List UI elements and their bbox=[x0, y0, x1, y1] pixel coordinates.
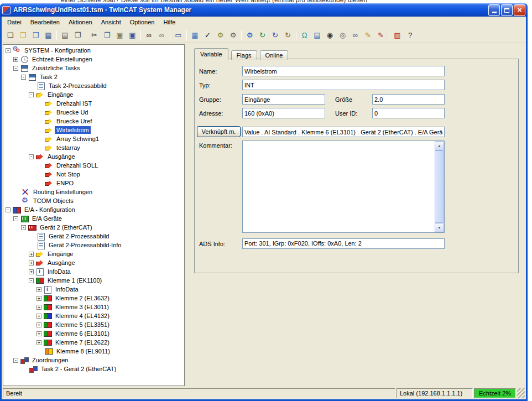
tree-item-label[interactable]: Klemme 6 (EL3101) bbox=[54, 330, 111, 337]
tree-item-wirbelstrom[interactable]: Wirbelstrom bbox=[3, 126, 184, 134]
tree-item-label[interactable]: Zuordnungen bbox=[30, 356, 70, 364]
panel-splitter[interactable] bbox=[185, 43, 190, 387]
tree-item-label[interactable]: Bruecke Ud bbox=[55, 108, 90, 116]
tree-item-klemme-8-el9011[interactable]: Klemme 8 (EL9011) bbox=[3, 347, 184, 356]
tree-item-zuordnungen[interactable]: -Zuordnungen bbox=[3, 356, 184, 364]
expand-icon[interactable]: + bbox=[29, 252, 34, 257]
tree-item-ger-t-2-prozessabbild[interactable]: Gerät 2-Prozessabbild bbox=[3, 232, 184, 241]
open-file-button[interactable]: ❒ bbox=[17, 29, 29, 41]
collapse-icon[interactable]: - bbox=[29, 154, 34, 159]
find-in-project-button[interactable]: ∞ bbox=[155, 29, 168, 41]
maximize-button[interactable] bbox=[501, 4, 513, 16]
tree-item-label[interactable]: Klemme 1 (EK1100) bbox=[46, 277, 103, 284]
scroll-down-icon[interactable]: ▼ bbox=[435, 223, 444, 232]
tree-item-label[interactable]: Drehzahl IST bbox=[55, 100, 93, 107]
menu-item-hilfe[interactable]: Hilfe bbox=[159, 17, 180, 27]
tree-item-infodata[interactable]: +InfoData bbox=[3, 267, 184, 276]
tree-item-task-2[interactable]: -Task 2 bbox=[3, 72, 184, 81]
edit-register-button[interactable]: ✎ bbox=[374, 29, 387, 41]
resize-grip[interactable] bbox=[517, 388, 525, 398]
tree-item-label[interactable]: Gerät 2-Prozessabbild bbox=[47, 232, 111, 240]
expand-icon[interactable]: + bbox=[36, 340, 41, 345]
tree-item-bruecke-ud[interactable]: Bruecke Ud bbox=[3, 108, 184, 117]
tree-item-label[interactable]: Klemme 4 (EL4132) bbox=[54, 312, 111, 320]
tree-item-label[interactable]: E/A - Konfiguration bbox=[23, 206, 77, 213]
tree-item-echtzeit-einstellungen[interactable]: +Echtzeit-Einstellungen bbox=[3, 55, 184, 64]
expand-icon[interactable]: + bbox=[36, 287, 41, 292]
tree-item-testarray[interactable]: testarray bbox=[3, 143, 184, 152]
tree-item-label[interactable]: Klemme 8 (EL9011) bbox=[55, 347, 112, 355]
tree-item-label[interactable]: Ausgänge bbox=[46, 259, 77, 267]
expand-icon[interactable]: + bbox=[36, 305, 41, 310]
tree-item-label[interactable]: Gerät 2 (EtherCAT) bbox=[38, 223, 94, 231]
tree-item-klemme-4-el4132[interactable]: +Klemme 4 (EL4132) bbox=[3, 311, 184, 320]
collapse-icon[interactable]: - bbox=[29, 278, 34, 283]
tree-panel[interactable]: -SYSTEM - Konfiguration+Echtzeit-Einstel… bbox=[3, 44, 185, 386]
user-id-input[interactable] bbox=[372, 108, 445, 118]
tree-item-label[interactable]: Task 2 - Gerät 2 (EtherCAT) bbox=[39, 365, 118, 373]
minimize-button[interactable] bbox=[488, 4, 500, 16]
comment-scrollbar[interactable]: ▲ ▼ bbox=[435, 141, 444, 232]
restart-twincat-button[interactable]: ↻ bbox=[256, 29, 269, 41]
tree-item-task-2-ger-t-2-ethercat[interactable]: Task 2 - Gerät 2 (EtherCAT) bbox=[3, 364, 184, 373]
collapse-icon[interactable]: - bbox=[13, 216, 18, 221]
open-from-target-button[interactable]: ❒ bbox=[29, 29, 42, 41]
collapse-icon[interactable]: - bbox=[13, 358, 18, 363]
linked-to-input[interactable] bbox=[242, 127, 445, 137]
expand-icon[interactable]: + bbox=[36, 331, 41, 336]
zoom-binary-button[interactable]: ◎ bbox=[336, 29, 349, 41]
tree-item-klemme-2-el3632[interactable]: +Klemme 2 (EL3632) bbox=[3, 294, 184, 303]
tree-item-label[interactable]: Array Schwing1 bbox=[55, 135, 101, 143]
print-button[interactable]: ▤ bbox=[59, 29, 71, 41]
expand-icon[interactable]: + bbox=[29, 261, 34, 265]
tree-item-klemme-6-el3101[interactable]: +Klemme 6 (EL3101) bbox=[3, 329, 184, 338]
collapse-icon[interactable]: - bbox=[6, 48, 11, 53]
edit-variable-button[interactable]: ✎ bbox=[362, 29, 374, 41]
tree-item-label[interactable]: Klemme 2 (EL3632) bbox=[54, 294, 111, 302]
group-input[interactable] bbox=[242, 94, 325, 105]
attach-to-process-button[interactable]: Ω bbox=[298, 29, 311, 41]
tree-item-ausg-nge[interactable]: -Ausgänge bbox=[3, 152, 184, 161]
tree-item-eing-nge[interactable]: -Eingänge bbox=[3, 90, 184, 99]
tab-variable[interactable]: Variable bbox=[194, 48, 228, 60]
tree-item-label[interactable]: Routing Einstellungen bbox=[32, 188, 94, 196]
scroll-up-icon[interactable]: ▲ bbox=[435, 141, 444, 150]
tree-item-array-schwing1[interactable]: Array Schwing1 bbox=[3, 134, 184, 143]
collapse-icon[interactable]: - bbox=[13, 66, 18, 71]
tree-item-label[interactable]: testarray bbox=[55, 144, 82, 152]
size-input[interactable] bbox=[372, 94, 445, 105]
show-variable-grid-button[interactable]: ▦ bbox=[189, 29, 201, 41]
expand-icon[interactable]: + bbox=[36, 322, 41, 327]
tree-item-enpo[interactable]: ENPO bbox=[3, 179, 184, 188]
expand-icon[interactable]: + bbox=[13, 57, 18, 62]
check-configuration-button[interactable]: ✓ bbox=[201, 29, 214, 41]
help-books-button[interactable]: ▥ bbox=[391, 29, 404, 41]
tree-item-label[interactable]: InfoData bbox=[54, 285, 80, 293]
tree-item-drehzahl-soll[interactable]: Drehzahl SOLL bbox=[3, 161, 184, 170]
tree-item-label[interactable]: TCOM Objects bbox=[32, 197, 75, 205]
tab-flags[interactable]: Flags bbox=[231, 50, 257, 60]
tree-item-ger-t-2-ethercat[interactable]: -Gerät 2 (EtherCAT) bbox=[3, 223, 184, 232]
tree-item-label[interactable]: Bruecke Uref bbox=[55, 117, 93, 125]
restart-config-mode-button[interactable]: ↻ bbox=[269, 29, 281, 41]
tree-item-bruecke-uref[interactable]: Bruecke Uref bbox=[3, 117, 184, 126]
type-input[interactable] bbox=[242, 80, 445, 90]
menu-item-bearbeiten[interactable]: Bearbeiten bbox=[26, 17, 64, 27]
tree-item-klemme-3-el3011[interactable]: +Klemme 3 (EL3011) bbox=[3, 303, 184, 311]
scrollbar-thumb[interactable] bbox=[435, 150, 444, 223]
collapse-icon[interactable]: - bbox=[29, 92, 34, 97]
tree-item-routing-einstellungen[interactable]: Routing Einstellungen bbox=[3, 188, 184, 196]
tree-item-label[interactable]: Klemme 7 (EL2622) bbox=[54, 338, 111, 346]
tree-item-label[interactable]: InfoData bbox=[46, 268, 72, 275]
collapse-icon[interactable]: - bbox=[21, 225, 26, 230]
tree-item-eing-nge[interactable]: +Eingänge bbox=[3, 249, 184, 258]
name-input[interactable] bbox=[242, 66, 445, 76]
paste-button[interactable]: ▣ bbox=[113, 29, 126, 41]
show-online-data-button[interactable]: ▤ bbox=[311, 29, 324, 41]
title-bar[interactable]: ARRSchwingUndRest01.tsm - TwinCAT System… bbox=[0, 3, 528, 17]
close-button[interactable]: ✕ bbox=[514, 4, 525, 16]
expand-icon[interactable]: + bbox=[36, 296, 41, 301]
choose-target-system-button[interactable]: ▭ bbox=[172, 29, 185, 41]
zoom-button[interactable]: ◉ bbox=[324, 29, 336, 41]
menu-item-optionen[interactable]: Optionen bbox=[126, 17, 159, 27]
